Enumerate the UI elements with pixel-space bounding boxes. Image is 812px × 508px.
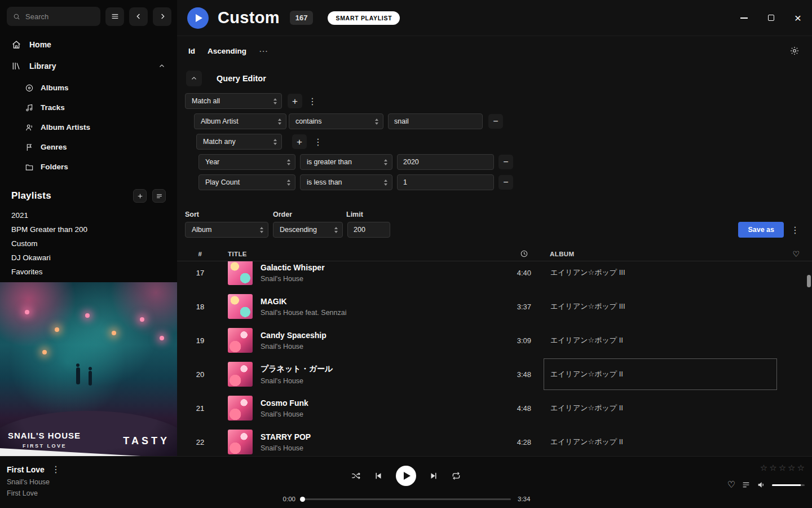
lantern-glow: [140, 317, 144, 322]
rule-value-input[interactable]: [397, 174, 494, 190]
save-menu-icon[interactable]: [791, 225, 800, 235]
forward-button[interactable]: [153, 7, 171, 26]
play-playlist-button[interactable]: [187, 7, 209, 29]
rule-operator-select[interactable]: is greater than: [300, 154, 392, 170]
add-rule-button[interactable]: [292, 134, 307, 149]
star-icon[interactable]: [779, 463, 786, 472]
track-album-cell[interactable]: エイリアン☆ポップ III: [544, 261, 777, 288]
sidebar-item-albums[interactable]: Albums: [0, 78, 177, 98]
rule-group-menu-icon[interactable]: [314, 137, 323, 147]
sort-field-button[interactable]: Id: [188, 47, 195, 55]
track-album-cell[interactable]: エイリアン☆ポップ II: [544, 358, 777, 390]
next-button[interactable]: [429, 471, 439, 481]
repeat-button[interactable]: [451, 471, 461, 481]
add-playlist-button[interactable]: [133, 189, 147, 203]
track-row[interactable]: 21 Cosmo Funk Snail's House 4:48 エイリアン☆ポ…: [177, 391, 812, 425]
limit-input[interactable]: [347, 222, 390, 238]
scrollbar-thumb[interactable]: [807, 275, 811, 287]
track-album-cell[interactable]: エイリアン☆ポップ II: [544, 392, 777, 424]
remove-rule-button[interactable]: [498, 175, 513, 190]
search-field[interactable]: [25, 12, 95, 21]
sidebar-item-folders[interactable]: Folders: [0, 157, 177, 177]
track-menu-icon[interactable]: [51, 464, 60, 475]
star-icon[interactable]: [788, 463, 795, 472]
volume-button[interactable]: [757, 480, 766, 489]
volume-slider[interactable]: [772, 484, 805, 486]
flag-icon: [25, 143, 34, 152]
maximize-button[interactable]: [765, 12, 777, 24]
sidebar-item-home[interactable]: Home: [0, 34, 177, 55]
artwork-wedge: [0, 448, 141, 456]
rule-group-menu-icon[interactable]: [308, 96, 317, 107]
column-header-number[interactable]: #: [185, 251, 215, 257]
column-header-favorite heart-icon[interactable]: [780, 249, 812, 259]
playlist-item[interactable]: Custom: [0, 237, 177, 251]
column-header-duration[interactable]: [492, 249, 531, 258]
sort-order-limit-section: Sort Order Limit Album Descending Save a…: [177, 211, 812, 238]
playlist-list-button[interactable]: [152, 189, 166, 203]
play-pause-button[interactable]: [396, 466, 416, 486]
volume-icon: [757, 480, 766, 489]
column-header-title[interactable]: TITLE: [215, 251, 492, 257]
rule-field-select[interactable]: Album Artist: [194, 113, 286, 129]
rule-value-input[interactable]: [397, 154, 494, 170]
time-total: 3:34: [518, 496, 530, 502]
rule-operator-select[interactable]: is less than: [300, 174, 392, 190]
back-button[interactable]: [129, 7, 148, 26]
track-row[interactable]: 22 STARRY POP Snail's House 4:28 エイリアン☆ポ…: [177, 425, 812, 456]
star-icon[interactable]: [769, 463, 776, 472]
track-album-cell[interactable]: エイリアン☆ポップ II: [544, 426, 777, 456]
sidebar-item-album-artists[interactable]: Album Artists: [0, 117, 177, 137]
rule-field-select[interactable]: Year: [198, 154, 295, 170]
more-options-icon[interactable]: [259, 46, 268, 56]
match-all-select[interactable]: Match all: [185, 93, 282, 109]
sidebar-item-tracks[interactable]: Tracks: [0, 98, 177, 117]
list-icon: [156, 192, 163, 200]
star-icon[interactable]: [760, 463, 767, 472]
chevron-up-icon[interactable]: [158, 62, 166, 70]
minimize-button[interactable]: [738, 12, 750, 24]
playlist-item[interactable]: BPM Greater than 200: [0, 222, 177, 237]
favorite-button heart-icon[interactable]: [727, 480, 735, 489]
rule-field-select[interactable]: Play Count: [198, 174, 295, 190]
queue-button[interactable]: [742, 480, 751, 489]
shuffle-button[interactable]: [351, 471, 361, 481]
playlist-item[interactable]: DJ Okawari: [0, 251, 177, 265]
progress-handle[interactable]: [300, 497, 305, 502]
order-select[interactable]: Descending: [273, 222, 343, 238]
search-input[interactable]: [7, 7, 100, 26]
sort-select[interactable]: Album: [185, 222, 268, 238]
column-header-album[interactable]: ALBUM: [531, 251, 780, 257]
sidebar-item-genres[interactable]: Genres: [0, 137, 177, 157]
progress-bar[interactable]: [301, 498, 511, 500]
collapse-query-editor-button[interactable]: [186, 71, 202, 86]
playlist-item[interactable]: 2021: [0, 208, 177, 222]
track-album-cell[interactable]: エイリアン☆ポップ II: [544, 325, 777, 356]
previous-button[interactable]: [373, 471, 383, 481]
track-album-cell[interactable]: エイリアン☆ポップ III: [544, 291, 777, 322]
menu-button[interactable]: [105, 7, 124, 26]
rule-value-input[interactable]: [388, 113, 483, 129]
sort-direction-button[interactable]: Ascending: [208, 47, 246, 55]
save-as-button[interactable]: Save as: [738, 222, 784, 238]
remove-rule-button[interactable]: [498, 155, 513, 169]
track-row[interactable]: 19 Candy Spaceship Snail's House 3:09 エイ…: [177, 323, 812, 357]
rule-operator-select[interactable]: contains: [289, 113, 383, 129]
track-title: Cosmo Funk: [261, 398, 308, 408]
track-row[interactable]: 18 MAGIK Snail's House feat. Sennzai 3:3…: [177, 290, 812, 323]
playlist-item[interactable]: Favorites: [0, 265, 177, 279]
remove-rule-button[interactable]: [488, 114, 503, 129]
track-album: エイリアン☆ポップ III: [550, 268, 625, 278]
library-icon: [11, 61, 21, 71]
track-row[interactable]: 20 プラネット・ガール Snail's House 3:48 エイリアン☆ポッ…: [177, 357, 812, 391]
settings-button[interactable]: [789, 46, 800, 56]
close-button[interactable]: [792, 12, 804, 24]
star-icon[interactable]: [797, 463, 805, 472]
now-playing-artwork[interactable]: SNAIL'S HOUSE FIRST LOVE TASTY: [0, 282, 177, 456]
main-content: Custom 167 SMART PLAYLIST Id Ascending: [177, 0, 812, 456]
sidebar-item-library[interactable]: Library: [0, 55, 177, 77]
track-number: 19: [185, 336, 215, 345]
add-rule-button[interactable]: [288, 94, 302, 108]
track-row[interactable]: 17 Galactic Whisper Snail's House 4:40 エ…: [177, 261, 812, 290]
match-any-select[interactable]: Match any: [196, 134, 282, 150]
